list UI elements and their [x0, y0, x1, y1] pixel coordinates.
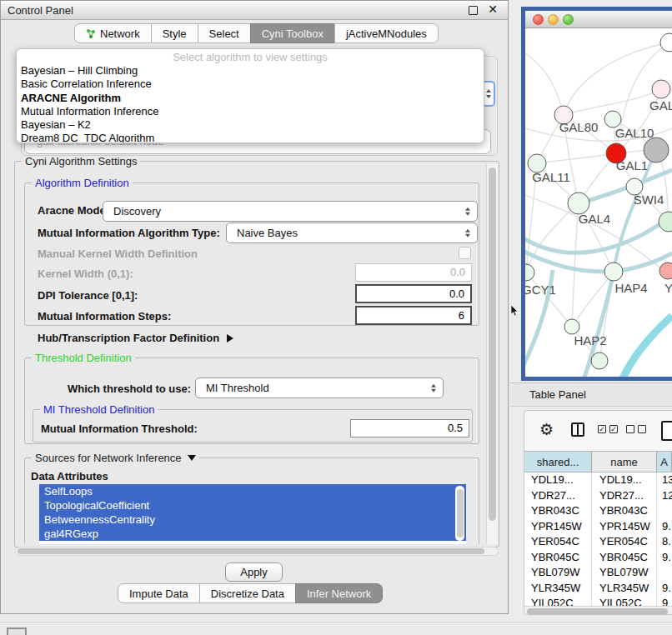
network-icon	[86, 28, 96, 38]
minimize-traffic-light[interactable]	[548, 14, 559, 25]
network-node[interactable]	[644, 138, 669, 162]
algorithm-dropdown-popup: Select algorithm to view settings Bayesi…	[16, 48, 484, 143]
float-window-icon[interactable]	[469, 6, 478, 15]
tab-cyni-toolbox[interactable]: Cyni Toolbox	[250, 23, 335, 43]
dpi-tolerance-field[interactable]: 0.0	[355, 284, 472, 303]
settings-vertical-scrollbar[interactable]	[486, 164, 498, 544]
cyni-algorithm-settings-title: Cyni Algorithm Settings	[22, 155, 140, 168]
kernel-width-field[interactable]: 0.0	[355, 263, 472, 282]
tab-discretize-data[interactable]: Discretize Data	[199, 583, 296, 603]
tab-select[interactable]: Select	[198, 23, 251, 43]
tab-label: Impute Data	[129, 588, 188, 600]
table-header-row: shared...nameA	[524, 451, 672, 472]
settings-horizontal-scrollbar[interactable]	[15, 547, 499, 556]
attribute-list-scrollbar[interactable]	[455, 486, 464, 541]
network-window: GALGAL80GAL10GAL1GAL11SWI4GAL4GCY1HAP4YH…	[521, 7, 672, 381]
mi-steps-field[interactable]: 6	[355, 306, 472, 325]
tab-style[interactable]: Style	[151, 23, 198, 43]
settings-vscroll-thumb[interactable]	[489, 168, 496, 521]
table-row[interactable]: YBR043CYBR043C	[524, 503, 672, 519]
table-cell: YPR145W	[524, 519, 592, 535]
table-panel-body: ⚙ ✓✓ shared...nameA YDL19...YDL19...13YD…	[524, 410, 672, 615]
network-node-hap4[interactable]	[604, 262, 623, 281]
tab-infer-network[interactable]: Infer Network	[295, 583, 383, 603]
manual-kernel-width-checkbox[interactable]	[459, 247, 471, 259]
aracne-mode-combobox[interactable]: Discovery	[103, 201, 478, 222]
attribute-list-item[interactable]: BetweennessCentrality	[39, 512, 466, 527]
table-cell: YBL079W	[524, 565, 592, 581]
node-label: HAP2	[574, 333, 606, 348]
control-panel-tab-bar: NetworkStyleSelectCyni ToolboxjActiveMNo…	[74, 23, 439, 43]
attribute-list-item[interactable]: TopologicalCoefficient	[39, 498, 466, 512]
table-cell: 9.	[657, 519, 672, 535]
table-rows: YDL19...YDL19...13YDR27...YDR27...12YBR0…	[524, 472, 672, 606]
combo-arrows-icon	[431, 383, 436, 392]
table-row[interactable]: YDL19...YDL19...13	[524, 472, 672, 488]
sources-title[interactable]: Sources for Network Inference	[32, 452, 199, 464]
table-row[interactable]: YBL079WYBL079W	[524, 565, 672, 581]
dropdown-option[interactable]: Bayesian – Hill Climbing	[17, 64, 484, 78]
attribute-list-item[interactable]: SelfLoops	[39, 484, 466, 498]
which-threshold-combobox[interactable]: MI Threshold	[195, 378, 444, 398]
table-cell: YDR27...	[592, 488, 657, 504]
table-row[interactable]: YER054CYER054C8.	[524, 534, 672, 550]
table-panel-toolbar: ⚙ ✓✓	[524, 419, 672, 444]
deselect-all-icon[interactable]	[626, 425, 646, 433]
column-header-3[interactable]: A	[657, 452, 672, 472]
node-label: GAL80	[559, 120, 599, 134]
table-row[interactable]: YBR045CYBR045C9.	[524, 550, 672, 566]
mi-threshold-definition-title: MI Threshold Definition	[40, 403, 158, 416]
close-traffic-light[interactable]	[533, 14, 544, 25]
table-row[interactable]: YPR145WYPR145W9.	[524, 519, 672, 535]
column-header-1[interactable]: shared...	[524, 452, 592, 472]
control-panel-window: Control Panel ✕ NetworkStyleSelectCyni T…	[0, 0, 509, 614]
network-canvas[interactable]: GALGAL80GAL10GAL1GAL11SWI4GAL4GCY1HAP4YH…	[525, 28, 672, 377]
tab-impute-data[interactable]: Impute Data	[118, 583, 200, 603]
apply-button[interactable]: Apply	[225, 562, 283, 582]
mutual-information-threshold-field[interactable]: 0.5	[350, 419, 469, 438]
table-hscroll-thumb[interactable]	[527, 608, 668, 615]
dropdown-option[interactable]: Bayesian – K2	[17, 118, 484, 132]
table-cell: YBL079W	[592, 565, 657, 581]
select-all-icon[interactable]: ✓✓	[598, 425, 618, 433]
gear-icon[interactable]: ⚙	[539, 420, 554, 439]
table-row[interactable]: YIL052CYIL052C9	[524, 596, 672, 606]
tab-label: Discretize Data	[211, 588, 284, 600]
dropdown-option[interactable]: ARACNE Algorithm	[17, 92, 484, 105]
table-row[interactable]: YDR27...YDR27...12	[524, 488, 672, 504]
network-node[interactable]	[659, 212, 672, 232]
tab-jactivemnodules[interactable]: jActiveMNodules	[334, 23, 439, 43]
screen: Control Panel ✕ NetworkStyleSelectCyni T…	[0, 0, 672, 635]
dropdown-option[interactable]: Dream8 DC_TDC Algorithm	[17, 132, 484, 143]
settings-hscroll-thumb[interactable]	[18, 548, 484, 554]
mi-algorithm-type-value: Naive Bayes	[237, 227, 298, 239]
network-node-gal[interactable]	[652, 80, 670, 98]
attribute-list-item[interactable]: gal4RGexp	[39, 527, 466, 541]
tab-network[interactable]: Network	[74, 23, 152, 43]
close-icon[interactable]: ✕	[488, 2, 498, 16]
mi-algorithm-type-combobox[interactable]: Naive Bayes	[226, 222, 478, 243]
data-attributes-list[interactable]: SelfLoopsTopologicalCoefficientBetweenne…	[39, 484, 466, 544]
network-node[interactable]	[591, 352, 608, 369]
table-horizontal-scrollbar[interactable]	[524, 606, 672, 615]
table-row[interactable]: YLR345WYLR345W9.	[524, 581, 672, 597]
zoom-traffic-light[interactable]	[563, 14, 574, 25]
network-node-hap2[interactable]	[564, 319, 579, 334]
table-cell: 8.	[657, 534, 672, 550]
network-node-y[interactable]	[659, 262, 672, 279]
column-header-2[interactable]: name	[592, 452, 657, 472]
which-threshold-value: MI Threshold	[206, 382, 269, 394]
split-columns-icon[interactable]	[571, 422, 584, 437]
network-node-gal10[interactable]	[604, 111, 621, 128]
network-node[interactable]	[660, 33, 672, 52]
table-cell: 9	[657, 596, 672, 606]
table-cell: YPR145W	[592, 519, 657, 535]
dropdown-option[interactable]: Basic Correlation Inference	[17, 78, 484, 91]
network-node-gcy1[interactable]	[525, 264, 534, 281]
minimized-panel-icon[interactable]	[7, 628, 27, 635]
document-icon[interactable]	[661, 421, 672, 441]
hub-transcription-factor-section[interactable]: Hub/Transcription Factor Definition	[38, 332, 233, 344]
dropdown-option[interactable]: Mutual Information Inference	[17, 105, 484, 118]
table-cell: YLR345W	[592, 581, 657, 597]
tab-label: jActiveMNodules	[346, 28, 427, 40]
